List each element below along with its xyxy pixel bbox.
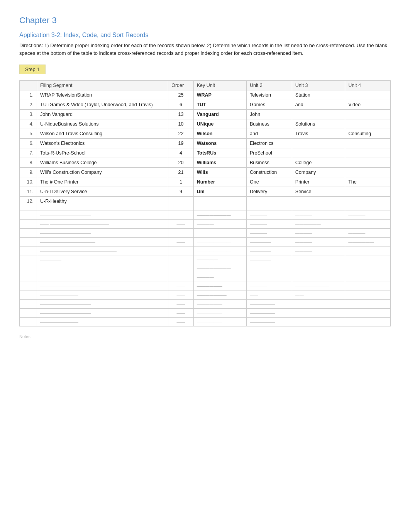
blurred-row: —————————————————————————— <box>20 300 391 309</box>
blurred-cell <box>345 255 391 264</box>
row-num: 7. <box>20 148 37 158</box>
table-row: 12.U-R-Healthy <box>20 197 391 206</box>
table-row: 8.Williams Business College20WilliamsBus… <box>20 158 391 168</box>
row-unit2: Delivery <box>247 187 292 197</box>
row-order: 1 <box>168 177 193 187</box>
row-unit4 <box>345 158 391 168</box>
row-unit4 <box>345 168 391 177</box>
blurred-cell: —————————————— <box>37 282 168 291</box>
blurred-cell: ———— <box>193 273 246 282</box>
row-num: 12. <box>20 197 37 206</box>
row-unit2 <box>247 197 292 206</box>
blurred-row: —————————————————————— <box>20 291 391 300</box>
row-unit4 <box>345 90 391 100</box>
blurred-cell <box>20 264 37 273</box>
row-num: 10. <box>20 177 37 187</box>
blurred-cell <box>345 291 391 300</box>
blurred-cell <box>20 309 37 318</box>
row-order: 9 <box>168 187 193 197</box>
blurred-cell <box>168 255 193 264</box>
blurred-cell <box>20 273 37 282</box>
table-row: 3.John Vanguard13VanguardJohn <box>20 110 391 119</box>
row-key-unit: Williams <box>193 158 246 168</box>
blurred-cell <box>20 220 37 229</box>
blurred-cell: ———————————— <box>37 211 168 220</box>
blurred-cell <box>168 273 193 282</box>
blurred-row: —————————————————————————————————— <box>20 282 391 291</box>
blurred-cell: —————— <box>247 309 292 318</box>
row-filing: U-R-Healthy <box>37 197 168 206</box>
chapter-title: Chapter 3 <box>19 15 391 25</box>
blurred-cell: ———— <box>247 282 292 291</box>
blurred-cell: —— <box>168 318 193 326</box>
row-unit4: Consulting <box>345 129 391 139</box>
step-label: Step 1 <box>19 65 46 74</box>
blurred-cell <box>292 309 345 318</box>
blurred-cell: ———————————— <box>37 229 168 238</box>
row-filing: Will's Construction Company <box>37 168 168 177</box>
blurred-cell: ———————————— <box>37 309 168 318</box>
blurred-cell <box>168 229 193 238</box>
blurred-cell <box>292 255 345 264</box>
blurred-cell <box>20 211 37 220</box>
blurred-row: ———————— —————————————————————————————— <box>20 264 391 273</box>
blurred-cell <box>168 246 193 255</box>
blurred-cell <box>193 229 246 238</box>
header-unit3: Unit 3 <box>292 81 345 90</box>
row-unit2: Games <box>247 100 292 110</box>
app-title: Application 3-2: Index, Code, and Sort R… <box>19 32 391 39</box>
blurred-cell: ———— <box>292 211 345 220</box>
blurred-cell: ————— <box>37 255 168 264</box>
blurred-cell <box>345 282 391 291</box>
row-key-unit: UnI <box>193 187 246 197</box>
blurred-cell: —————— <box>247 264 292 273</box>
blurred-cell <box>20 238 37 246</box>
row-unit2: and <box>247 129 292 139</box>
row-unit3: College <box>292 158 345 168</box>
row-filing: TUTGames & Video (Taylor, Underwood, and… <box>37 100 168 110</box>
header-unit4: Unit 4 <box>345 81 391 90</box>
row-unit2: Construction <box>247 168 292 177</box>
table-row: 9.Will's Construction Company21WillsCons… <box>20 168 391 177</box>
row-unit2: PreSchool <box>247 148 292 158</box>
main-table: Filing Segment Order Key Unit Unit 2 Uni… <box>19 80 391 326</box>
blurred-cell: ——————————— <box>37 273 168 282</box>
row-filing: The # One Printer <box>37 177 168 187</box>
blurred-cell: ———————— <box>193 246 246 255</box>
row-order: 19 <box>168 139 193 148</box>
row-num: 9. <box>20 168 37 177</box>
blurred-cell: ———— <box>292 246 345 255</box>
blurred-cell: ———— <box>345 229 391 238</box>
row-order <box>168 197 193 206</box>
table-row: 2.TUTGames & Video (Taylor, Underwood, a… <box>20 100 391 110</box>
blurred-cell: —— <box>247 291 292 300</box>
blurred-cell: ———— <box>292 264 345 273</box>
row-key-unit: Wills <box>193 168 246 177</box>
row-order: 20 <box>168 158 193 168</box>
row-filing: John Vanguard <box>37 110 168 119</box>
row-unit4: The <box>345 177 391 187</box>
row-order: 22 <box>168 129 193 139</box>
blurred-cell: ————— <box>247 255 292 264</box>
blurred-cell: —— <box>168 220 193 229</box>
blurred-cell <box>345 300 391 309</box>
blurred-cell: ———— <box>247 211 292 220</box>
blurred-cell: ————————— <box>37 291 168 300</box>
row-unit4 <box>345 197 391 206</box>
blurred-cell: ———— <box>247 229 292 238</box>
blurred-cell: —— <box>168 291 193 300</box>
blurred-cell <box>292 273 345 282</box>
blurred-cell: ———— <box>247 220 292 229</box>
row-unit4 <box>345 187 391 197</box>
row-order: 25 <box>168 90 193 100</box>
row-unit4 <box>345 139 391 148</box>
row-unit3 <box>292 197 345 206</box>
table-row: 1.WRAP TelevisionStation25WRAPTelevision… <box>20 90 391 100</box>
row-unit3: Station <box>292 90 345 100</box>
blurred-cell: —— —————————————— <box>37 220 168 229</box>
row-unit4 <box>345 148 391 158</box>
row-filing: U-n-I Delivery Service <box>37 187 168 197</box>
blurred-cell: ————— <box>247 238 292 246</box>
row-key-unit: Number <box>193 177 246 187</box>
blurred-cell <box>20 229 37 238</box>
